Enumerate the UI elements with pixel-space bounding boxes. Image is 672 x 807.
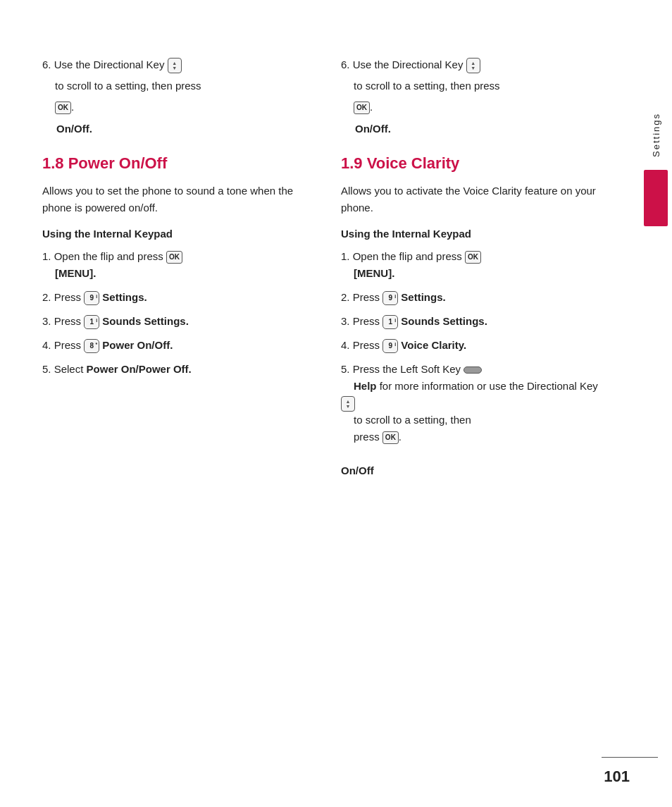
page-container: 6. Use the Directional Key ▲ ▼ to scroll…	[0, 0, 672, 807]
right-step2-key: 9i	[382, 291, 398, 305]
left-step2-text: Settings.	[102, 291, 147, 303]
right-step2-sup: i	[394, 292, 396, 300]
right-step2-num: 2. Press	[341, 291, 382, 303]
left-step-4: 4. Press 8* Power On/Off.	[42, 337, 313, 354]
right-step-5: 5. Press the Left Soft Key Help for more…	[341, 361, 611, 479]
sidebar-accent	[644, 170, 668, 226]
left-step5-num: 5. Select	[42, 363, 87, 375]
right-arrow-up-icon: ▲	[471, 61, 475, 66]
right-intro-ok: OK.	[354, 99, 611, 116]
left-intro-step6: 6. Use the Directional Key ▲ ▼	[42, 56, 313, 73]
columns: 6. Use the Directional Key ▲ ▼ to scroll…	[42, 56, 611, 486]
right-step6-text2: to scroll to a setting, then press	[354, 80, 500, 92]
right-intro-step6: 6. Use the Directional Key ▲ ▼	[341, 56, 611, 73]
left-step1-menu-bold: [MENU].	[55, 267, 96, 279]
right-step-2: 2. Press 9i Settings.	[341, 289, 611, 306]
right-step5-help: Help for more information or use the Dir…	[341, 380, 598, 409]
right-step1-menu-bold: [MENU].	[354, 267, 394, 279]
left-directional-key: ▲ ▼	[168, 58, 182, 73]
left-step-2: 2. Press 9i Settings.	[42, 289, 313, 306]
left-step-5: 5. Select Power On/Power Off.	[42, 361, 313, 378]
right-step3-num: 3. Press	[341, 315, 382, 327]
right-section-desc: Allows you to activate the Voice Clarity…	[341, 183, 611, 216]
right-step1-menu: [MENU].	[354, 267, 394, 279]
left-step2-key: 9i	[84, 291, 99, 305]
page-number: 101	[604, 768, 630, 786]
left-step1-text1: Open the flip and press	[54, 250, 166, 262]
right-directional-key: ▲ ▼	[466, 58, 480, 73]
left-column: 6. Use the Directional Key ▲ ▼ to scroll…	[42, 56, 313, 486]
right-step5-soft-key	[463, 366, 482, 374]
right-intro-step6b: to scroll to a setting, then press	[354, 78, 611, 94]
right-step-4: 4. Press 9i Voice Clarity.	[341, 337, 611, 354]
arrow-down-icon: ▼	[172, 66, 177, 70]
right-step-3: 3. Press 1i Sounds Settings.	[341, 313, 611, 330]
left-step1-menu: [MENU].	[55, 267, 96, 279]
right-step5-onoff: On/Off	[341, 464, 374, 476]
left-intro: 6. Use the Directional Key ▲ ▼ to scroll…	[42, 56, 313, 135]
right-subsection-title: Using the Internal Keypad	[341, 228, 611, 240]
left-step-1: 1. Open the flip and press OK [MENU].	[42, 248, 313, 282]
sidebar: Settings	[640, 0, 672, 807]
right-step1-ok-key: OK	[465, 251, 481, 264]
right-step5-arrow-down: ▼	[346, 404, 351, 409]
arrow-up-icon: ▲	[172, 61, 177, 66]
left-intro-step6b: to scroll to a setting, then press	[55, 78, 313, 94]
left-step4-text: Power On/Off.	[102, 339, 173, 351]
right-step5-text4: to scroll to a setting, then	[354, 414, 471, 426]
right-step3-sup: i	[394, 316, 396, 324]
right-step5-help-bold: Help	[354, 380, 377, 392]
right-step5-arrow-up: ▲	[346, 399, 351, 404]
left-step4-num: 4. Press	[42, 339, 84, 351]
right-step3-text: Sounds Settings.	[401, 315, 487, 327]
left-intro-ok: OK.	[55, 99, 313, 116]
left-step3-key: 1i	[84, 315, 99, 329]
left-subsection-title: Using the Internal Keypad	[42, 228, 313, 240]
right-intro: 6. Use the Directional Key ▲ ▼ to scroll…	[341, 56, 611, 135]
right-step5-text3: for more information or use the Directio…	[380, 380, 598, 392]
left-step1-ok-key: OK	[166, 251, 182, 264]
right-step5-dir-key: ▲ ▼	[341, 396, 355, 412]
right-step4-text: Voice Clarity.	[401, 339, 466, 351]
right-arrow-down-icon: ▼	[471, 66, 475, 70]
right-step5-text1: 5. Press the Left Soft Key	[341, 363, 463, 375]
right-step4-sup: i	[394, 340, 396, 348]
right-step6-text1: 6. Use the Directional Key	[341, 58, 463, 70]
right-step3-key: 1i	[382, 315, 398, 329]
left-step5-text: Power On/Power Off.	[87, 363, 192, 375]
left-step4-key: 8*	[84, 339, 99, 353]
left-step1-num: 1.	[42, 250, 54, 262]
right-step5-ok-key: OK	[382, 431, 399, 444]
right-step4-key: 9i	[382, 339, 398, 353]
left-step2-num: 2. Press	[42, 291, 84, 303]
left-step6-text1: 6. Use the Directional Key	[42, 58, 164, 70]
right-step-list: 1. Open the flip and press OK [MENU]. 2.…	[341, 248, 611, 479]
right-step5-press: press OK.	[354, 431, 402, 443]
right-step1-text1: Open the flip and press	[353, 250, 465, 262]
left-step-list: 1. Open the flip and press OK [MENU]. 2.…	[42, 248, 313, 378]
right-step4-num: 4. Press	[341, 339, 382, 351]
right-step1-num: 1.	[341, 250, 353, 262]
left-step3-num: 3. Press	[42, 315, 84, 327]
right-section-title: 1.9 Voice Clarity	[341, 154, 611, 173]
left-step2-sup: i	[96, 292, 97, 300]
left-step3-text: Sounds Settings.	[102, 315, 189, 327]
left-step-3: 3. Press 1i Sounds Settings.	[42, 313, 313, 330]
left-step6-text2: to scroll to a setting, then press	[55, 80, 201, 92]
left-ok-key: OK	[55, 101, 71, 114]
main-content: 6. Use the Directional Key ▲ ▼ to scroll…	[0, 0, 640, 807]
divider-line	[602, 757, 658, 758]
right-step2-text: Settings.	[401, 291, 445, 303]
left-step3-sup: i	[96, 316, 97, 324]
right-column: 6. Use the Directional Key ▲ ▼ to scroll…	[341, 56, 611, 486]
right-step-1: 1. Open the flip and press OK [MENU].	[341, 248, 611, 282]
sidebar-label: Settings	[651, 113, 661, 157]
right-on-off: On/Off.	[355, 123, 611, 135]
right-ok-key: OK	[354, 101, 370, 114]
left-section-title: 1.8 Power On/Off	[42, 154, 313, 173]
left-section-desc: Allows you to set the phone to sound a t…	[42, 183, 313, 216]
left-on-off: On/Off.	[56, 123, 313, 135]
left-step4-sup: *	[95, 340, 97, 348]
